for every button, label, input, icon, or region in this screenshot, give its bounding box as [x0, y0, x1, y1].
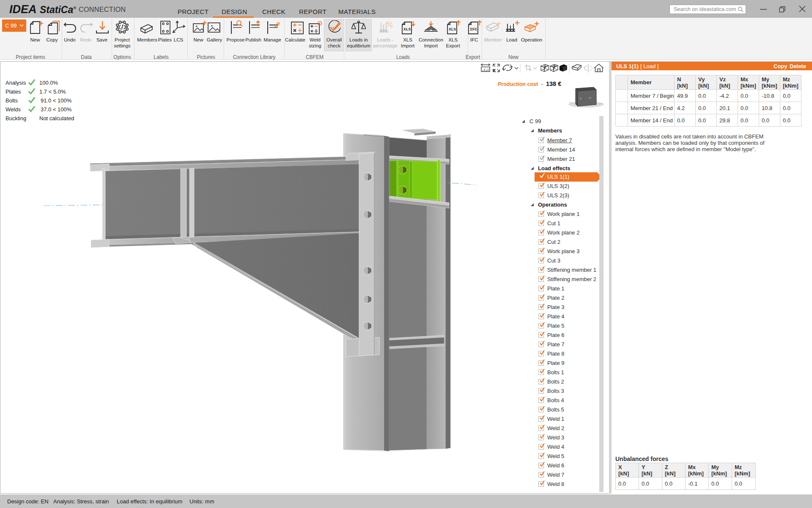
svg-text:XLS: XLS: [403, 27, 411, 32]
svg-text:-X: -X: [579, 97, 582, 100]
svg-text:IFC: IFC: [470, 27, 477, 32]
svg-text:XLS: XLS: [449, 27, 456, 32]
svg-text:-Y: -Y: [588, 97, 591, 99]
